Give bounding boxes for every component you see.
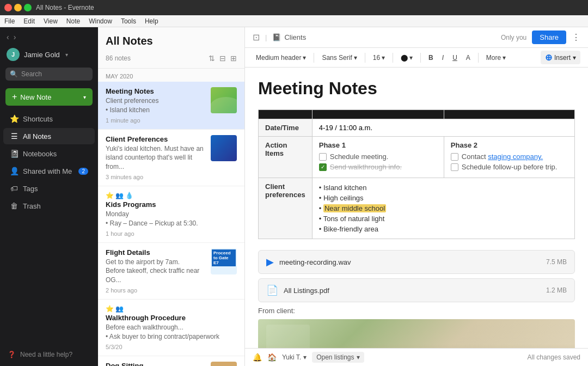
notebook-selector[interactable]: 📓 Clients (272, 33, 306, 41)
color-dropdown-icon: ▾ (409, 54, 413, 62)
minimize-button[interactable] (14, 4, 22, 11)
menu-tools[interactable]: Tools (121, 17, 136, 25)
sidebar-item-notebooks[interactable]: 📓 Notebooks (3, 145, 95, 162)
back-page-icon[interactable]: ⊡ (253, 32, 260, 42)
note-time: 1 minute ago (106, 117, 206, 124)
sort-icon[interactable]: ⇅ (209, 54, 215, 63)
datetime-value: 4-19 / 11:00 a.m. (312, 119, 574, 137)
task-row: ✓ Send walkthrough info. (319, 163, 437, 171)
note-time: 3 minutes ago (106, 174, 206, 180)
checkbox-4[interactable] (451, 163, 458, 171)
forward-icon[interactable]: › (14, 33, 16, 41)
menu-view[interactable]: View (44, 17, 58, 25)
sidebar-item-shortcuts[interactable]: ⭐ Shortcuts (3, 111, 95, 127)
notebooks-icon: 📓 (10, 149, 19, 158)
attachment-audio[interactable]: ▶ meeting-recording.wav 7.5 MB (258, 250, 575, 274)
task-label-4: Schedule follow-up before trip. (462, 163, 558, 171)
color-selector[interactable]: ⬤ ▾ (397, 52, 416, 63)
notes-scroll[interactable]: Meeting Notes Client preferences• Island… (98, 82, 244, 366)
audio-icon: ▶ (266, 256, 274, 268)
more-dropdown-icon: ▾ (503, 54, 506, 62)
note-thumbnail: 🐶 (211, 362, 237, 366)
underline-button[interactable]: U (449, 52, 461, 63)
menu-file[interactable]: File (4, 17, 15, 25)
menu-help[interactable]: Help (145, 17, 158, 25)
checkbox-2[interactable]: ✓ (319, 163, 327, 171)
author-dropdown-icon: ▾ (303, 353, 307, 361)
menu-edit[interactable]: Edit (23, 17, 35, 25)
people-icon: 👥 (115, 192, 124, 199)
table-header-1 (312, 110, 444, 119)
highlight-button[interactable]: A (463, 52, 474, 63)
table-header-2 (444, 110, 574, 119)
attachment-pdf[interactable]: 📄 All Listings.pdf 1.2 MB (258, 278, 575, 302)
note-item[interactable]: ⭐ 👥 💧 Kids Programs Monday• Ray – Dance … (98, 186, 244, 243)
sidebar-bottom: ❓ Need a little help? (0, 343, 98, 366)
help-item[interactable]: ❓ Need a little help? (3, 347, 95, 362)
bold-button[interactable]: B (425, 52, 437, 63)
editor-content[interactable]: Meeting Notes Date/Time (245, 68, 588, 348)
sidebar-label-shortcuts: Shortcuts (23, 115, 53, 123)
note-title: Client Preferences (106, 135, 206, 143)
note-editor: ⊡ | 📓 Clients Only you Share ⋮ Medium he… (245, 27, 588, 366)
note-table: Date/Time 4-19 / 11:00 a.m. Action Items… (258, 109, 575, 239)
title-bar: All Notes - Evernote (0, 0, 588, 15)
note-content: Client Preferences Yuki's ideal kitchen.… (106, 135, 206, 180)
sidebar-item-trash[interactable]: 🗑 Trash (3, 198, 95, 214)
note-content: ⭐ 👥 Walkthrough Procedure Before each wa… (106, 305, 237, 350)
filter-icon[interactable]: ⊟ (219, 54, 226, 63)
note-item[interactable]: Dog Sitting Food: Feed twice per day. Sp… (98, 356, 244, 366)
sidebar-item-allnotes[interactable]: ☰ All Notes (3, 128, 95, 144)
size-selector[interactable]: 16 ▾ (370, 52, 388, 63)
header-dropdown-icon: ▾ (303, 54, 306, 62)
note-item[interactable]: Meeting Notes Client preferences• Island… (98, 82, 244, 130)
toolbar-separator (420, 53, 421, 63)
new-note-button[interactable]: +New Note ▾ (5, 88, 93, 106)
notebook-button[interactable]: Open listings ▾ (312, 352, 364, 363)
home-icon[interactable]: 🏠 (267, 353, 277, 362)
star-icon: ⭐ (106, 192, 114, 199)
more-icon[interactable]: ⋮ (572, 32, 580, 42)
author-selector[interactable]: Yuki T. ▾ (282, 353, 307, 361)
italic-button[interactable]: I (439, 52, 447, 63)
note-item[interactable]: Flight Details Get to the airport by 7am… (98, 243, 244, 300)
back-icon[interactable]: ‹ (7, 33, 9, 41)
insert-dropdown-icon: ▾ (573, 54, 576, 62)
window-controls[interactable] (4, 4, 32, 11)
new-note-dropdown-icon[interactable]: ▾ (83, 94, 86, 100)
search-box[interactable]: 🔍 Search (5, 68, 93, 81)
editor-topbar: ⊡ | 📓 Clients Only you Share ⋮ (245, 27, 588, 48)
from-client-label: From client: (258, 307, 575, 315)
menu-window[interactable]: Window (89, 17, 112, 25)
menu-note[interactable]: Note (66, 17, 80, 25)
user-profile[interactable]: J Jamie Gold ▾ (0, 45, 98, 64)
share-button[interactable]: Share (532, 30, 566, 44)
table-row-datetime: Date/Time 4-19 / 11:00 a.m. (259, 119, 575, 137)
note-title: Kids Programs (106, 200, 237, 209)
notes-list: All Notes 86 notes ⇅ ⊟ ⊞ MAY 2020 Meetin… (98, 27, 245, 366)
bell-icon[interactable]: 🔔 (253, 353, 262, 362)
checkbox-3[interactable] (451, 153, 458, 161)
notebook-dropdown-icon: ▾ (357, 353, 360, 361)
more-button[interactable]: More ▾ (483, 52, 509, 63)
user-name: Jamie Gold (24, 51, 60, 59)
sidebar-item-shared[interactable]: 👤 Shared with Me 2 (3, 163, 95, 179)
title-bar-left: All Notes - Evernote (4, 4, 94, 11)
table-row-actions: Action Items Phase 1 Schedule meeting. ✓… (259, 137, 575, 178)
view-icon[interactable]: ⊞ (230, 54, 237, 63)
pref-item: Near middle school (319, 203, 568, 213)
insert-button[interactable]: ⊕ Insert ▾ (541, 51, 580, 64)
header-selector[interactable]: Medium header ▾ (253, 52, 309, 63)
sidebar-item-tags[interactable]: 🏷 Tags (3, 180, 95, 197)
staging-link[interactable]: staging company. (488, 152, 543, 161)
pref-item: Island kitchen (319, 182, 568, 193)
user-dropdown-icon: ▾ (65, 52, 68, 58)
tags-icon: 🏷 (10, 184, 19, 193)
sidebar: ‹ › J Jamie Gold ▾ 🔍 Search +New Note ▾ … (0, 27, 98, 366)
checkbox-1[interactable] (319, 153, 327, 161)
note-item[interactable]: ⭐ 👥 Walkthrough Procedure Before each wa… (98, 300, 244, 356)
note-item[interactable]: Client Preferences Yuki's ideal kitchen.… (98, 130, 244, 186)
close-button[interactable] (4, 4, 12, 11)
maximize-button[interactable] (24, 4, 32, 11)
font-selector[interactable]: Sans Serif ▾ (318, 52, 360, 63)
